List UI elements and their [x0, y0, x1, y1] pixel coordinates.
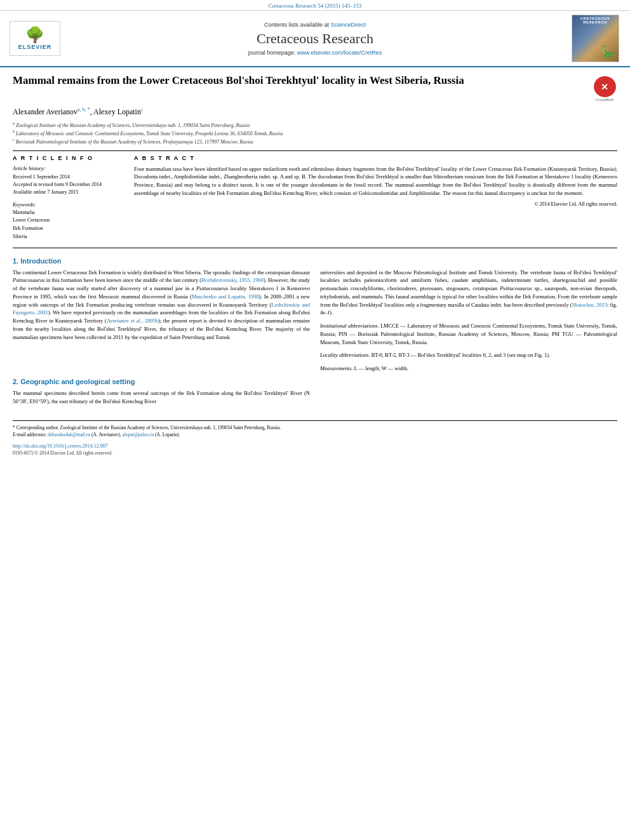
article-info-column: A R T I C L E I N F O Article history: R…	[13, 155, 124, 241]
affiliation-b: b Laboratory of Mesozoic and Cenozoic Co…	[13, 129, 617, 137]
article-info-abstract-columns: A R T I C L E I N F O Article history: R…	[13, 155, 617, 241]
cretaceous-logo-image: CRETACEOUSRESEARCH 🦕	[572, 15, 619, 62]
journal-header: 🌳 ELSEVIER Contents lists available at S…	[0, 11, 630, 67]
journal-center: Contents lists available at ScienceDirec…	[69, 22, 561, 56]
doi-text: Cretaceous Research 54 (2015) 145–153	[269, 3, 361, 9]
cretaceous-label-top: CRETACEOUSRESEARCH	[580, 15, 611, 24]
article-info-label: A R T I C L E I N F O	[13, 155, 124, 161]
section1-right-para1: universities and deposited in the Moscow…	[320, 269, 617, 317]
keywords-section: Keywords: Mammalia Lower Cretaceous Ilek…	[13, 201, 124, 241]
article-history-label: Article history:	[13, 165, 124, 171]
footnote-star: * Corresponding author. Zoological Insti…	[13, 425, 617, 432]
keyword-1: Lower Cretaceous	[13, 217, 124, 225]
section2-right-col	[320, 389, 617, 411]
footnote-email: E-mail addresses: dzharakuduk@mail.ru (A…	[13, 432, 617, 439]
crossmark-label: CrossMark	[595, 98, 613, 102]
dino-icon: 🦕	[601, 44, 615, 58]
homepage-link[interactable]: www.elsevier.com/locate/CretRes	[297, 50, 382, 56]
abstract-text: Four mammalian taxa have been identified…	[134, 165, 617, 197]
section2-heading: 2. Geographic and geological setting	[13, 378, 617, 385]
abstract-column: A B S T R A C T Four mammalian taxa have…	[134, 155, 617, 241]
received-date: Received 1 September 2014	[13, 173, 124, 181]
keyword-3: Siberia	[13, 233, 124, 241]
section1-heading: 1. Introduction	[13, 257, 617, 265]
body-left-col: The continental Lower Cretaceous Ilek Fo…	[13, 269, 310, 378]
section1-right-para3: Locality abbreviations. BT-0, BT-2, BT-3…	[320, 351, 617, 359]
elsevier-logo: 🌳 ELSEVIER	[6, 21, 64, 56]
doi-link[interactable]: http://dx.doi.org/10.1016/j.cretres.2014…	[13, 443, 617, 449]
email2-link[interactable]: alopat@paleo.ru	[123, 432, 154, 437]
section1-right-para4: Measurements. L — length; W — width.	[320, 364, 617, 373]
article-content: Mammal remains from the Lower Cretaceous…	[0, 67, 630, 462]
section2-body-columns: The mammal specimens described herein co…	[13, 389, 617, 411]
footnote-area: * Corresponding author. Zoological Insti…	[13, 420, 617, 438]
section2-left-col: The mammal specimens described herein co…	[13, 389, 310, 411]
keyword-2: Ilek Formation	[13, 225, 124, 233]
abstract-label: A B S T R A C T	[134, 155, 617, 161]
copyright-text: © 2014 Elsevier Ltd. All rights reserved…	[134, 201, 617, 207]
available-date: Available online 7 January 2015	[13, 189, 124, 196]
section1-left-para: The continental Lower Cretaceous Ilek Fo…	[13, 269, 310, 342]
issn-text: 0195-6671/© 2014 Elsevier Ltd. All right…	[13, 450, 617, 456]
abstract-divider	[13, 248, 617, 248]
journal-title: Cretaceous Research	[69, 30, 561, 47]
crossmark-icon: ✕	[594, 76, 616, 97]
body-right-col: universities and deposited in the Moscow…	[320, 269, 617, 378]
elsevier-logo-box: 🌳 ELSEVIER	[10, 21, 60, 56]
header-divider	[13, 150, 617, 151]
crossmark-badge[interactable]: ✕ CrossMark	[592, 76, 617, 102]
doi-bar: Cretaceous Research 54 (2015) 145–153	[0, 0, 630, 11]
section2-para: The mammal specimens described herein co…	[13, 389, 310, 406]
keywords-label: Keywords:	[13, 201, 124, 208]
footer-links: http://dx.doi.org/10.1016/j.cretres.2014…	[13, 443, 617, 456]
cretaceous-logo-container: CRETACEOUSRESEARCH 🦕	[572, 15, 619, 62]
science-direct-link[interactable]: ScienceDirect	[331, 22, 366, 28]
homepage-text: journal homepage: www.elsevier.com/locat…	[69, 50, 561, 56]
affiliation-a: a Zoological Institute of the Russian Ac…	[13, 121, 617, 129]
article-title: Mammal remains from the Lower Cretaceous…	[13, 74, 586, 88]
body-two-columns: The continental Lower Cretaceous Ilek Fo…	[13, 269, 617, 378]
author1-affiliation: a, b, *	[77, 107, 90, 116]
body-content: 1. Introduction The continental Lower Cr…	[13, 257, 617, 411]
elsevier-tree-icon: 🌳	[25, 27, 44, 43]
author2-name: , Alexey Lopatin	[90, 107, 141, 116]
contents-available-text: Contents lists available at ScienceDirec…	[69, 22, 561, 28]
affiliation-c: c Borissiak Paleontological Institute of…	[13, 137, 617, 145]
cretaceous-logo: CRETACEOUSRESEARCH 🦕	[566, 15, 624, 62]
article-title-section: Mammal remains from the Lower Cretaceous…	[13, 74, 617, 102]
authors-section: Alexander Averianova, b, *, Alexey Lopat…	[13, 107, 617, 117]
affiliations-section: a Zoological Institute of the Russian Ac…	[13, 121, 617, 145]
elsevier-brand-text: ELSEVIER	[18, 44, 52, 50]
author2-affiliation: c	[141, 107, 144, 116]
section1-right-para2: Institutional abbreviations. LMCCE — Lab…	[320, 322, 617, 346]
keyword-0: Mammalia	[13, 209, 124, 217]
accepted-date: Accepted in revised form 9 December 2014	[13, 181, 124, 189]
author1-name: Alexander Averianov	[13, 107, 77, 116]
email1-link[interactable]: dzharakuduk@mail.ru	[48, 432, 90, 437]
